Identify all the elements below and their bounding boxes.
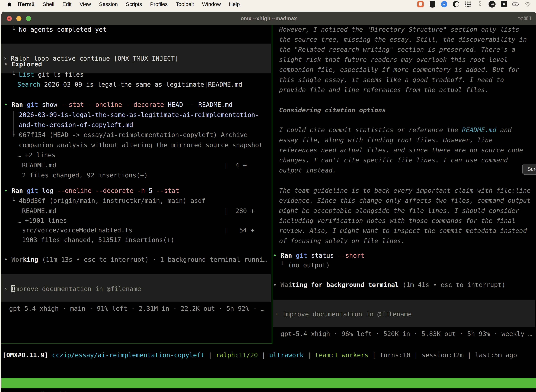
text-segment: ralph:11/20 <box>216 351 258 359</box>
omx-status-bar: [OMX#0.11.9] cczip/essay/ai-reimplementa… <box>2 350 517 360</box>
thinking-line: review. Also, I might want to inspect th… <box>279 226 527 236</box>
text-segment: • <box>4 61 11 68</box>
squiggle-icon[interactable] <box>477 1 483 8</box>
text-segment: README.md | 4 + <box>22 162 247 169</box>
text-segment: last:5m ago <box>475 351 517 359</box>
diffstat-line: src/voice/voiceModeEnabled.ts | 54 + <box>22 225 254 235</box>
text-segment: 2026-03-09-is-legal-the-same-as-legitima… <box>40 81 242 88</box>
text-segment: HEAD <box>164 101 183 108</box>
explored-header: • Explored <box>4 59 42 69</box>
text-segment: └ <box>11 26 19 33</box>
battery-icon[interactable] <box>512 1 519 8</box>
menu-item-session[interactable]: Session <box>95 1 122 7</box>
diffstat-line: README.md | 4 + <box>22 160 247 170</box>
thinking-line: essay file, along with finding root file… <box>279 135 493 145</box>
menu-item-edit[interactable]: Edit <box>58 1 76 7</box>
contrast-icon[interactable] <box>453 1 459 8</box>
text-segment: git ls-files <box>34 71 84 78</box>
menu-item-toolbelt[interactable]: Toolbelt <box>172 1 198 7</box>
text-segment: references need actual files, and since … <box>279 146 523 154</box>
text-segment: session:12m <box>422 351 464 359</box>
thinking-line: including verification notes with those … <box>279 216 515 226</box>
text-segment: the source tree, missing the essay. Stil… <box>279 36 527 43</box>
text-segment: | <box>258 351 269 359</box>
model-meta-left: gpt-5.4 xhigh · main · 91% left · 2.31M … <box>9 303 264 314</box>
menu-item-window[interactable]: Window <box>198 1 225 7</box>
menu-item-help[interactable]: Help <box>225 1 244 7</box>
text-segment: Wai <box>281 281 292 288</box>
thinking-line: I could cite commit statistics or refere… <box>279 125 512 135</box>
text-segment: log <box>38 187 53 194</box>
text-segment: --oneline <box>53 187 92 194</box>
working-status-line: • Working (11m 13s • esc to interrupt) ·… <box>4 254 272 265</box>
diffstat-summary: 1903 files changed, 513517 insertions(+) <box>22 235 174 245</box>
menu-item-scripts[interactable]: Scripts <box>122 1 146 7</box>
text-segment: 2 files changed, 92 insertions(+) <box>22 172 148 179</box>
text-segment: mprove documentation in @filename <box>15 285 141 292</box>
text-segment: and <box>496 126 512 134</box>
text-segment: companion analysis without altering the … <box>19 141 263 149</box>
menu-status-icons: ..61 A <box>417 1 536 8</box>
menu-item-profiles[interactable]: Profiles <box>146 1 172 7</box>
text-segment: team:1 workers <box>315 351 368 359</box>
text-segment: README.md <box>462 126 496 134</box>
more-lines-note: … +2 lines <box>17 150 56 160</box>
dots-grid-icon[interactable] <box>464 1 471 8</box>
text-segment: the "Related research writing" section i… <box>279 46 515 53</box>
power-bolt-icon[interactable] <box>441 1 447 7</box>
model-meta-right: gpt-5.4 xhigh · 96% left · 520K in · 5.8… <box>281 329 536 339</box>
text-segment: git <box>292 252 307 259</box>
pane-divider[interactable] <box>272 25 273 344</box>
screen-recording-icon[interactable] <box>417 1 424 8</box>
text-segment: Ran <box>281 252 292 259</box>
prompt-input-left-text[interactable]: › Improve documentation in @filename <box>4 284 141 294</box>
text-segment: … +1901 lines <box>17 217 67 224</box>
text-segment: List <box>19 71 34 78</box>
text-segment: Explored <box>11 61 42 68</box>
text-segment: 2026-03-09-is-legal-the-same-as-legitima… <box>19 111 259 118</box>
menu-item-app[interactable]: iTerm2 <box>13 1 38 7</box>
commit-line: └ 067f154 (HEAD -> essay/ai-reimplementa… <box>11 130 248 140</box>
text-segment: --stat <box>57 101 84 108</box>
thinking-heading: Considering citation options <box>279 105 386 115</box>
text-segment: 1903 files changed, 513517 insertions(+) <box>22 236 174 243</box>
text-segment: --short <box>334 252 364 259</box>
keyboard-layout-icon[interactable]: A <box>501 1 507 7</box>
wifi-icon[interactable] <box>524 1 531 8</box>
text-segment: … +2 lines <box>17 151 56 159</box>
thinking-line: the source tree, missing the essay. Stil… <box>279 34 527 45</box>
text-segment: • <box>4 187 11 194</box>
text-segment: companion file, especially if more comme… <box>279 66 519 73</box>
text-segment: • <box>273 252 281 259</box>
text-segment: git <box>23 101 38 108</box>
active-pane-border <box>1 344 272 344</box>
window-titlebar: omx --xhigh --madmax ⌥⌘1 <box>1 12 536 25</box>
battery-percent-icon[interactable]: ..61 <box>488 1 496 8</box>
text-segment: -- <box>183 101 195 108</box>
ran-git-log-line: • Ran git log --oneline --decorate -n 5 … <box>4 186 179 196</box>
menu-item-view[interactable]: View <box>76 1 95 7</box>
text-segment: git <box>23 187 38 194</box>
text-segment: (no output) <box>288 261 330 269</box>
agents-note: └ No agents completed yet <box>11 24 107 35</box>
text-segment: The team guideline is to back every impo… <box>279 187 531 194</box>
text-segment: └ <box>11 71 19 78</box>
explored-search-line: Search 2026-03-09-is-legal-the-same-as-l… <box>17 79 242 89</box>
apple-menu-icon[interactable] <box>7 1 13 8</box>
thinking-line: provide file and line references from th… <box>279 85 489 95</box>
thinking-line: output instead. <box>279 165 336 175</box>
text-segment: | <box>464 351 475 359</box>
text-segment: Improve documentation in @filename <box>282 311 412 318</box>
no-output-line: └ (no output) <box>280 260 330 270</box>
text-segment: gpt-5.4 xhigh · main · 91% left · 2.31M … <box>9 305 264 312</box>
text-segment: └ <box>11 131 19 138</box>
waiting-status-line: • Waiting for background terminal (1m 41… <box>273 280 529 290</box>
text-segment: --decorate <box>92 187 134 194</box>
text-segment: • <box>273 281 281 288</box>
keypad-shield-icon[interactable] <box>429 1 436 8</box>
text-segment: cczip/essay/ai-reimplementation-copyleft <box>52 351 205 359</box>
more-lines-note: … +1901 lines <box>17 215 67 226</box>
text-segment: and-the-erosion-of-copyleft.md <box>19 121 133 128</box>
prompt-input-right-text[interactable]: › Improve documentation in @filename <box>274 309 412 319</box>
menu-item-shell[interactable]: Shell <box>38 1 58 7</box>
